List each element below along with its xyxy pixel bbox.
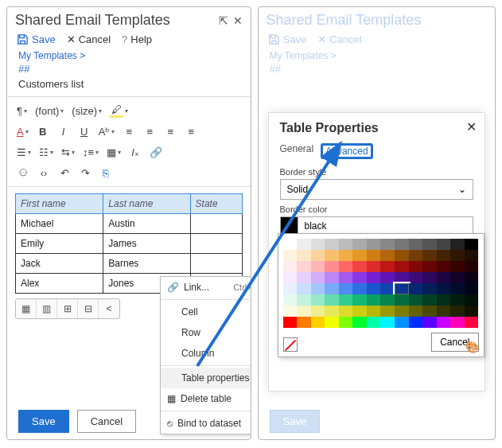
color-swatch[interactable] (422, 283, 437, 294)
bold-button[interactable]: B (33, 123, 53, 140)
font-select[interactable]: (font)▾ (32, 102, 67, 119)
align-left-button[interactable]: ≡ (119, 123, 138, 140)
tab-advanced[interactable]: Advanced (321, 143, 372, 159)
color-swatch[interactable] (339, 294, 353, 306)
tab-general[interactable]: General (280, 143, 314, 159)
color-swatch[interactable] (409, 317, 423, 328)
color-swatch[interactable] (409, 283, 423, 294)
color-swatch[interactable] (422, 261, 437, 272)
insert-macro-button[interactable]: ⎘ (96, 164, 115, 181)
color-swatch[interactable] (422, 317, 437, 328)
menu-row[interactable]: Row› (161, 322, 251, 343)
color-palette[interactable] (283, 239, 479, 328)
color-swatch[interactable] (367, 261, 381, 272)
color-swatch[interactable] (311, 317, 325, 328)
color-swatch[interactable] (367, 272, 381, 283)
color-swatch[interactable] (367, 294, 381, 306)
indent-button[interactable]: ⇆▾ (58, 143, 78, 161)
table-cell[interactable] (190, 254, 242, 274)
color-swatch[interactable] (437, 250, 451, 261)
color-swatch[interactable] (422, 272, 437, 283)
save-button[interactable]: Save (17, 33, 56, 45)
pin-icon[interactable]: ⇱ (219, 14, 228, 27)
table-row[interactable]: EmilyJames (16, 234, 243, 254)
color-swatch[interactable] (465, 239, 479, 250)
color-swatch[interactable] (437, 317, 451, 328)
color-swatch[interactable] (325, 239, 339, 250)
color-swatch[interactable] (339, 261, 353, 272)
color-swatch[interactable] (297, 317, 311, 328)
number-list-button[interactable]: ☷▾ (36, 143, 56, 161)
menu-bind-dataset[interactable]: ⎋Bind to dataset (161, 413, 251, 434)
italic-button[interactable]: I (54, 123, 73, 140)
color-swatch[interactable] (380, 272, 395, 283)
color-swatch[interactable] (437, 261, 451, 272)
color-swatch[interactable] (409, 239, 423, 250)
color-swatch[interactable] (367, 250, 381, 261)
color-swatch[interactable] (297, 306, 311, 317)
color-swatch[interactable] (339, 250, 353, 261)
table-header[interactable]: First name (16, 194, 103, 214)
color-swatch[interactable] (283, 272, 298, 283)
color-swatch[interactable] (465, 261, 479, 272)
color-swatch[interactable] (283, 261, 298, 272)
color-swatch[interactable] (311, 250, 325, 261)
paragraph-style-select[interactable]: ¶▾ (14, 102, 30, 119)
color-swatch[interactable] (339, 317, 353, 328)
cancel-button[interactable]: ✕ Cancel (67, 33, 111, 45)
menu-table-properties[interactable]: Table properties (161, 368, 251, 388)
color-swatch[interactable] (395, 306, 409, 317)
breadcrumb[interactable]: My Templates > (7, 49, 251, 63)
help-button[interactable]: ? Help (122, 33, 152, 45)
color-swatch[interactable] (395, 239, 409, 250)
color-swatch[interactable] (465, 272, 479, 283)
color-swatch[interactable] (450, 261, 465, 272)
color-swatch[interactable] (409, 261, 423, 272)
color-swatch[interactable] (437, 239, 451, 250)
color-swatch[interactable] (297, 272, 311, 283)
color-swatch[interactable] (380, 294, 395, 306)
color-swatch[interactable] (437, 272, 451, 283)
color-swatch[interactable] (352, 283, 367, 294)
color-swatch[interactable] (437, 306, 451, 317)
color-swatch[interactable] (297, 283, 311, 294)
tabletool-props-icon[interactable]: ▦ (16, 299, 37, 318)
color-swatch[interactable] (311, 294, 325, 306)
align-justify-button[interactable]: ≡ (181, 123, 200, 140)
menu-column[interactable]: Column› (161, 343, 251, 364)
save-button[interactable]: Save (18, 410, 69, 433)
color-swatch[interactable] (352, 261, 367, 272)
menu-link[interactable]: 🔗Link...Ctrl+K (161, 277, 251, 298)
color-swatch[interactable] (339, 272, 353, 283)
color-swatch[interactable] (297, 250, 311, 261)
color-picker-icon[interactable]: 🎨 (465, 341, 479, 353)
color-swatch[interactable] (422, 294, 437, 306)
color-swatch[interactable] (339, 306, 353, 317)
text-format-button[interactable]: Aᵇ▾ (95, 123, 119, 140)
color-swatch[interactable] (325, 317, 339, 328)
color-swatch[interactable] (450, 239, 465, 250)
bullet-list-button[interactable]: ☰▾ (14, 143, 34, 161)
table-cell[interactable] (190, 234, 242, 254)
color-swatch[interactable] (465, 250, 479, 261)
color-swatch[interactable] (422, 239, 437, 250)
table-cell[interactable]: Austin (103, 214, 190, 234)
color-swatch[interactable] (395, 261, 409, 272)
color-swatch[interactable] (339, 239, 353, 250)
color-swatch[interactable] (409, 250, 423, 261)
color-swatch[interactable] (325, 283, 339, 294)
color-swatch[interactable] (283, 294, 298, 306)
color-swatch[interactable] (380, 250, 395, 261)
color-swatch[interactable] (380, 317, 395, 328)
color-swatch[interactable] (352, 272, 367, 283)
color-swatch[interactable] (367, 283, 381, 294)
color-swatch[interactable] (297, 261, 311, 272)
align-center-button[interactable]: ≡ (140, 123, 159, 140)
color-swatch[interactable] (395, 294, 409, 306)
close-icon[interactable]: ✕ (233, 14, 243, 27)
color-swatch[interactable] (325, 306, 339, 317)
link-button[interactable]: 🔗 (146, 143, 165, 161)
color-swatch[interactable] (325, 294, 339, 306)
color-swatch[interactable] (311, 306, 325, 317)
color-swatch[interactable] (367, 239, 381, 250)
